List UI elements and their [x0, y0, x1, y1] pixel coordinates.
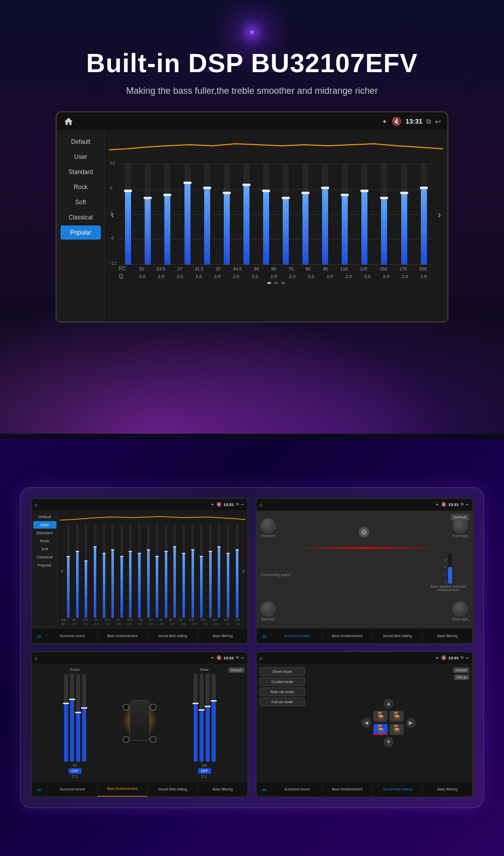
mini-tab-sf-bl[interactable]: Sound field setting [147, 782, 198, 796]
page-subtitle: Making the bass fuller,the treble smooth… [0, 86, 504, 96]
sf-knob-back-right[interactable] [453, 601, 468, 616]
eq-bar-13[interactable] [380, 164, 388, 265]
sfs-right-arrow[interactable]: ▶ [406, 718, 416, 728]
preset-default[interactable]: Default [60, 135, 101, 149]
grid-label-neg12: -12 [110, 261, 116, 266]
sfs-rear-mode[interactable]: Rear car mode [260, 688, 305, 696]
mini-tab-sf-tr[interactable]: Sound field setting [372, 629, 422, 643]
mini-bt-tr: ✦ [435, 502, 439, 507]
preset-popular[interactable]: Popular [60, 225, 101, 240]
eq-dot-3[interactable] [281, 282, 285, 284]
eq-bar-14[interactable] [400, 164, 408, 265]
mini-screen-bass: ⌂ ✦ 🔇 13:31 ⧉ ↩ Front [31, 651, 248, 797]
screen-body: Default User Standard Rock Soft Classica… [57, 131, 447, 321]
mini-tab-bass-bl[interactable]: Bass Enhancement [97, 782, 148, 796]
back-icon: ↩ [435, 118, 441, 126]
sfs-seat-rl[interactable]: 🪑 [373, 724, 388, 735]
preset-standard[interactable]: Standard [60, 165, 101, 179]
sfs-default-btn[interactable]: Default [453, 667, 469, 673]
tab-surround-sound[interactable]: Surround sound [87, 322, 177, 323]
sfs-seat-fr[interactable]: 🪑 [390, 711, 404, 722]
mini-tab-bf-tr[interactable]: Bass filtering [422, 629, 473, 643]
mini-win-icon: ⧉ [236, 502, 239, 507]
mini-preset-standard[interactable]: Standard [33, 529, 56, 537]
mini-tab-surround-br[interactable]: Surround sound [272, 782, 322, 796]
home-button[interactable] [63, 116, 74, 127]
header-left-icons [63, 116, 74, 127]
eq-bar-2[interactable] [163, 164, 171, 265]
mini-preset-rock[interactable]: Rock [33, 537, 56, 545]
mini-preset-popular[interactable]: Popular [33, 561, 56, 569]
mini-tab-bf-tl[interactable]: Bass filtering [198, 629, 248, 643]
sfs-seat-fl[interactable]: 🪑 [373, 711, 388, 722]
mini-home-icon-bl: ⌂ [35, 655, 38, 661]
tab-bass-filtering[interactable]: Bass filtering [357, 322, 448, 323]
mini-tab-icon-tl[interactable]: ⚌ [32, 633, 47, 639]
eq-bar-5[interactable] [223, 164, 231, 265]
eq-bar-3[interactable] [183, 164, 192, 265]
sfs-seat-rr[interactable]: 🪑 [390, 724, 404, 735]
sf-power-btn[interactable]: ⏻ [358, 527, 369, 538]
eq-main-area: 12 6 0 -6 -12 [105, 131, 447, 321]
surround-sound-body: Default Front left ⏻ [257, 511, 472, 628]
tab-sound-field[interactable]: Sound field setting [267, 322, 357, 323]
mini-tab-surround-tr[interactable]: Surround sound [272, 629, 322, 643]
mini-tab-bass-br[interactable]: Bass Enhancement [322, 782, 372, 796]
preset-user[interactable]: User [60, 150, 101, 164]
eq-bar-1[interactable] [144, 164, 152, 265]
sfs-setup-btn[interactable]: Set up [454, 674, 469, 680]
eq-bar-7[interactable] [262, 164, 270, 265]
eq-bar-6[interactable] [242, 164, 250, 265]
mini-preset-soft[interactable]: Soft [33, 545, 56, 553]
mini-tab-surround-bl[interactable]: Surround sound [47, 782, 97, 796]
sf-knob-front-right[interactable] [453, 518, 468, 533]
mini-nav-right[interactable]: › [241, 567, 245, 575]
sfs-up-arrow[interactable]: ▲ [384, 699, 394, 709]
mini-tab-icon-br[interactable]: ⚌ [257, 786, 272, 792]
bass-enhancement-body: Front [32, 664, 247, 781]
dsp-screen: ✦ 🔇 13:31 ⧉ ↩ Default User Standard Rock… [55, 111, 449, 323]
eq-bar-4[interactable] [203, 164, 211, 265]
eq-bar-0[interactable] [124, 164, 132, 265]
sf-knob-back-left[interactable] [261, 601, 276, 616]
mini-tab-icon-tr[interactable]: ⚌ [257, 633, 272, 639]
mini-tab-bass-tr[interactable]: Bass Enhancement [322, 629, 372, 643]
eq-dot-1[interactable] [267, 282, 271, 284]
eq-bar-9[interactable] [301, 164, 309, 265]
eq-dot-2[interactable] [274, 282, 278, 284]
eq-bar-11[interactable] [341, 164, 349, 265]
mini-tab-bf-bl[interactable]: Bass filtering [198, 782, 248, 796]
mini-eq-body: Default User Standard Rock Soft Classica… [32, 511, 247, 628]
mini-preset-classical[interactable]: Classical [33, 553, 56, 561]
mini-preset-default[interactable]: Default [33, 513, 56, 521]
mini-tab-icon-bl[interactable]: ⚌ [32, 786, 47, 792]
sfs-left-arrow[interactable]: ◀ [361, 718, 371, 728]
mini-bt-br: ✦ [435, 656, 439, 660]
sfs-driver-mode[interactable]: Driver mode [260, 667, 305, 676]
sfs-copilot-mode[interactable]: Co-pilot mode [260, 677, 305, 686]
preset-soft[interactable]: Soft [60, 195, 101, 209]
preset-classical[interactable]: Classical [60, 210, 101, 224]
mini-tab-bf-br[interactable]: Bass filtering [422, 782, 473, 796]
eq-bar-10[interactable] [321, 164, 329, 265]
sfs-down-arrow[interactable]: ▼ [384, 737, 394, 747]
be-rear-off-btn[interactable]: OFF [198, 768, 211, 774]
eq-bar-15[interactable] [420, 164, 428, 265]
eq-bar-8[interactable] [282, 164, 290, 265]
preset-rock[interactable]: Rock [60, 180, 101, 194]
sfs-full-mode[interactable]: Full car mode [260, 698, 305, 706]
mini-tab-sf-br[interactable]: Sound field setting [372, 782, 422, 796]
eq-nav-right[interactable]: › [435, 164, 443, 265]
mini-preset-user[interactable]: User [33, 521, 56, 529]
eq-bar-12[interactable] [360, 164, 368, 265]
be-slider-fl1 [64, 674, 68, 762]
mini-tab-sf-tl[interactable]: Sound field setting [147, 629, 198, 643]
sf-knob-front-left[interactable] [261, 518, 276, 533]
be-default-btn[interactable]: Default [228, 667, 244, 673]
sf-vert-bar-1[interactable] [448, 553, 452, 584]
mini-nav-left[interactable]: ‹ [60, 567, 64, 575]
mini-tab-bass-tl[interactable]: Bass Enhancement [97, 629, 148, 643]
be-front-off-btn[interactable]: OFF [69, 768, 82, 774]
tab-bass-enhancement[interactable]: Bass Enhancement [177, 322, 268, 323]
mini-tab-surround-tl[interactable]: Surround sound [47, 629, 97, 643]
